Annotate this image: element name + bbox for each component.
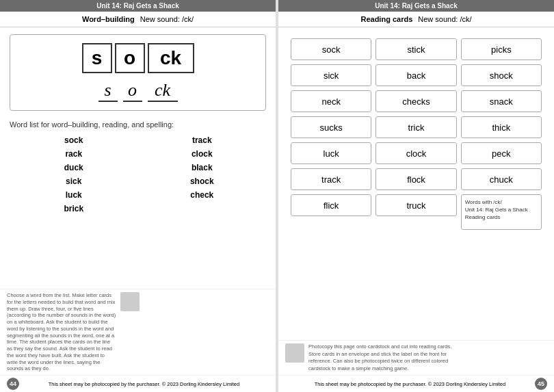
word-rack: rack: [16, 148, 131, 160]
right-new-sound: New sound: /ck/: [418, 15, 471, 23]
left-section-label: Word–building: [82, 15, 135, 23]
word-list-title: Word list for word–building, reading, an…: [10, 120, 266, 129]
word-black: black: [145, 161, 260, 174]
card-back: back: [375, 64, 456, 86]
card-truck: truck: [375, 194, 456, 216]
card-note: Words with /ck/Unit 14: Raj Gets a Shack…: [461, 194, 542, 230]
letter-box-s: s: [82, 43, 112, 73]
card-clock: clock: [375, 142, 456, 164]
word-shock: shock: [145, 175, 260, 187]
right-section-label: Reading cards: [360, 15, 412, 23]
card-sucks: sucks: [291, 116, 371, 138]
word-track: track: [145, 134, 260, 146]
card-checks: checks: [375, 90, 456, 112]
card-snack: snack: [461, 90, 542, 112]
left-content: s o ck s o ck Word list for word–buildin…: [0, 27, 276, 289]
card-sick: sick: [291, 64, 371, 86]
card-peck: peck: [461, 142, 542, 164]
right-footer-note: Photocopy this page onto cardstock and c…: [308, 343, 459, 372]
right-footer-text: This sheet may be photocopied by the pur…: [285, 381, 535, 387]
left-footer-note: Choose a word from the list. Make letter…: [7, 292, 116, 372]
left-footer: Choose a word from the list. Make letter…: [0, 289, 276, 375]
word-building-box: s o ck s o ck: [10, 34, 266, 111]
card-trick: trick: [375, 116, 456, 138]
card-neck: neck: [291, 90, 371, 112]
cursive-s: s: [98, 81, 118, 102]
left-page-num: 44: [7, 378, 19, 390]
right-page-num: 45: [535, 378, 547, 390]
right-page: Unit 14: Raj Gets a Shack Reading cards …: [278, 0, 554, 392]
card-flick: flick: [291, 194, 371, 216]
left-footer-text: This sheet may be photocopied by the pur…: [19, 381, 269, 387]
card-luck: luck: [291, 142, 371, 164]
card-picks: picks: [461, 38, 542, 60]
left-footer-img: [120, 292, 140, 311]
cursive-row: s o ck: [98, 81, 178, 102]
right-footer-img: [285, 343, 304, 363]
card-thick: thick: [461, 116, 542, 138]
card-track: track: [291, 168, 371, 190]
card-stick: stick: [375, 38, 456, 60]
right-subtitle: Reading cards New sound: /ck/: [278, 12, 554, 27]
letter-boxes-row: s o ck: [82, 43, 194, 73]
card-flock: flock: [375, 168, 456, 190]
word-clock: clock: [145, 148, 260, 160]
card-chuck: chuck: [461, 168, 542, 190]
right-content: sock stick picks sick back shock neck ch…: [278, 27, 554, 340]
word-duck: duck: [16, 161, 131, 174]
left-new-sound: New sound: /ck/: [140, 15, 194, 23]
letter-box-o: o: [115, 43, 145, 73]
word-empty: [145, 202, 260, 215]
card-shock: shock: [461, 64, 542, 86]
cursive-ck: ck: [148, 81, 178, 102]
letter-box-ck: ck: [148, 43, 194, 73]
word-check: check: [145, 189, 260, 201]
page-spread: Unit 14: Raj Gets a Shack Word–building …: [0, 0, 554, 392]
card-sock: sock: [291, 38, 371, 60]
right-header: Unit 14: Raj Gets a Shack: [278, 0, 554, 12]
reading-card-grid: sock stick picks sick back shock neck ch…: [288, 34, 544, 234]
word-brick: brick: [16, 202, 131, 215]
word-sick: sick: [16, 175, 131, 187]
left-header: Unit 14: Raj Gets a Shack: [0, 0, 276, 12]
word-sock: sock: [16, 134, 131, 146]
left-page: Unit 14: Raj Gets a Shack Word–building …: [0, 0, 276, 392]
cursive-o: o: [123, 81, 142, 102]
word-list-grid: sock track rack clock duck black sick sh…: [10, 134, 266, 215]
word-luck: luck: [16, 189, 131, 201]
left-subtitle: Word–building New sound: /ck/: [0, 12, 276, 27]
